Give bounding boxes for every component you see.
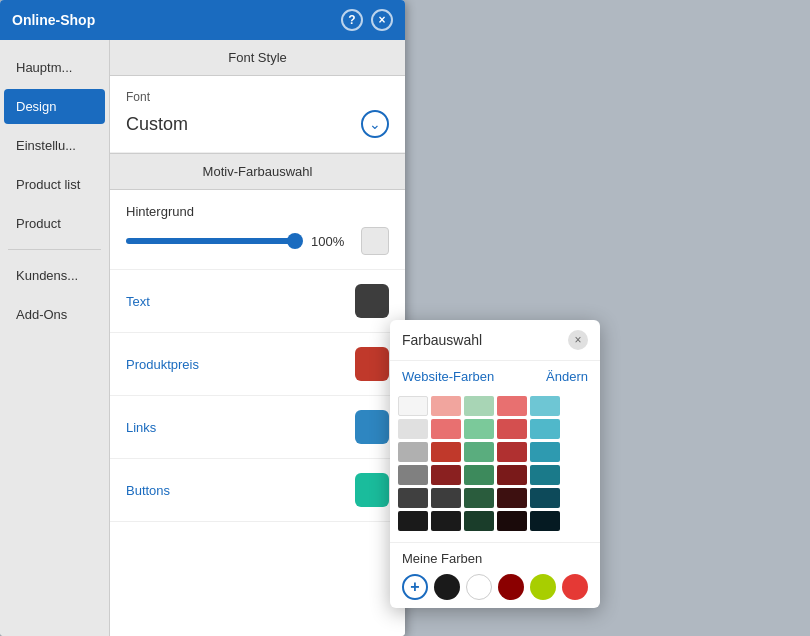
grid-cell[interactable]	[497, 442, 527, 462]
hintergrund-label: Hintergrund	[126, 204, 389, 219]
color-grid-row-3	[398, 442, 592, 462]
grid-cell[interactable]	[497, 396, 527, 416]
sidebar-item-product[interactable]: Product	[4, 206, 105, 241]
panel-header: Online-Shop ? ×	[0, 0, 405, 40]
grid-cell[interactable]	[530, 488, 560, 508]
grid-cell[interactable]	[497, 488, 527, 508]
text-color-row[interactable]: Text	[110, 270, 405, 333]
slider-row: 100%	[126, 227, 389, 255]
grid-cell[interactable]	[530, 511, 560, 531]
grid-cell[interactable]	[431, 511, 461, 531]
sidebar-item-einstellu[interactable]: Einstellu...	[4, 128, 105, 163]
buttons-label: Buttons	[126, 483, 170, 498]
sidebar-item-kundens[interactable]: Kundens...	[4, 258, 105, 293]
meine-farben-row: +	[402, 574, 588, 600]
grid-cell[interactable]	[398, 442, 428, 462]
font-selector: Custom ⌄	[126, 110, 389, 138]
grid-cell[interactable]	[398, 465, 428, 485]
font-name: Custom	[126, 114, 188, 135]
grid-cell[interactable]	[530, 465, 560, 485]
website-farben-row: Website-Farben Ändern	[390, 361, 600, 392]
grid-cell[interactable]	[431, 396, 461, 416]
grid-cell[interactable]	[431, 488, 461, 508]
grid-cell[interactable]	[398, 488, 428, 508]
meine-farben-section: Meine Farben +	[390, 542, 600, 608]
grid-cell[interactable]	[431, 442, 461, 462]
color-grid-row-6	[398, 511, 592, 531]
color-grid	[390, 392, 600, 542]
buttons-color-row[interactable]: Buttons	[110, 459, 405, 522]
settings-area: Font Style Font Custom ⌄ Motiv-Farbauswa…	[110, 40, 405, 636]
sidebar-item-hauptm[interactable]: Hauptm...	[4, 50, 105, 85]
grid-cell[interactable]	[464, 442, 494, 462]
grid-cell[interactable]	[464, 419, 494, 439]
help-button[interactable]: ?	[341, 9, 363, 31]
app-title: Online-Shop	[12, 12, 95, 28]
grid-cell[interactable]	[530, 419, 560, 439]
meine-color-lime[interactable]	[530, 574, 556, 600]
color-grid-row-5	[398, 488, 592, 508]
meine-color-white[interactable]	[466, 574, 492, 600]
hintergrund-row: Hintergrund 100%	[110, 190, 405, 270]
popup-header: Farbauswahl ×	[390, 320, 600, 361]
font-label: Font	[126, 90, 389, 104]
hintergrund-slider[interactable]	[126, 238, 301, 244]
text-label: Text	[126, 294, 150, 309]
grid-cell[interactable]	[398, 396, 428, 416]
buttons-color-swatch[interactable]	[355, 473, 389, 507]
header-icons: ? ×	[341, 9, 393, 31]
farbauswahl-popup: Farbauswahl × Website-Farben Ändern	[390, 320, 600, 608]
hintergrund-color-swatch[interactable]	[361, 227, 389, 255]
meine-color-black[interactable]	[434, 574, 460, 600]
links-label: Links	[126, 420, 156, 435]
panel-content: Hauptm... Design Einstellu... Product li…	[0, 40, 405, 636]
grid-cell[interactable]	[464, 396, 494, 416]
sidebar-item-product-list[interactable]: Product list	[4, 167, 105, 202]
grid-cell[interactable]	[464, 511, 494, 531]
color-grid-row-1	[398, 396, 592, 416]
color-grid-row-4	[398, 465, 592, 485]
grid-cell[interactable]	[497, 511, 527, 531]
slider-value: 100%	[311, 234, 351, 249]
links-color-swatch[interactable]	[355, 410, 389, 444]
sidebar: Hauptm... Design Einstellu... Product li…	[0, 40, 110, 636]
add-color-button[interactable]: +	[402, 574, 428, 600]
grid-cell[interactable]	[431, 419, 461, 439]
produktpreis-color-row[interactable]: Produktpreis	[110, 333, 405, 396]
close-button[interactable]: ×	[371, 9, 393, 31]
grid-cell[interactable]	[530, 442, 560, 462]
main-panel: Online-Shop ? × Hauptm... Design Einstel…	[0, 0, 405, 636]
grid-cell[interactable]	[464, 465, 494, 485]
slider-thumb[interactable]	[287, 233, 303, 249]
popup-title: Farbauswahl	[402, 332, 482, 348]
meine-color-red[interactable]	[562, 574, 588, 600]
grid-cell[interactable]	[530, 396, 560, 416]
produktpreis-color-swatch[interactable]	[355, 347, 389, 381]
grid-cell[interactable]	[464, 488, 494, 508]
text-color-swatch[interactable]	[355, 284, 389, 318]
font-dropdown-button[interactable]: ⌄	[361, 110, 389, 138]
meine-color-darkred[interactable]	[498, 574, 524, 600]
links-color-row[interactable]: Links	[110, 396, 405, 459]
grid-cell[interactable]	[497, 419, 527, 439]
grid-cell[interactable]	[431, 465, 461, 485]
sidebar-divider	[8, 249, 101, 250]
meine-farben-label: Meine Farben	[402, 551, 588, 566]
produktpreis-label: Produktpreis	[126, 357, 199, 372]
grid-cell[interactable]	[497, 465, 527, 485]
sidebar-item-add-ons[interactable]: Add-Ons	[4, 297, 105, 332]
color-grid-row-2	[398, 419, 592, 439]
motiv-section-header: Motiv-Farbauswahl	[110, 153, 405, 190]
grid-cell[interactable]	[398, 511, 428, 531]
grid-cell[interactable]	[398, 419, 428, 439]
font-style-section-header: Font Style	[110, 40, 405, 76]
andern-link[interactable]: Ändern	[546, 369, 588, 384]
sidebar-item-design[interactable]: Design	[4, 89, 105, 124]
font-row: Font Custom ⌄	[110, 76, 405, 153]
popup-close-button[interactable]: ×	[568, 330, 588, 350]
website-farben-label: Website-Farben	[402, 369, 494, 384]
